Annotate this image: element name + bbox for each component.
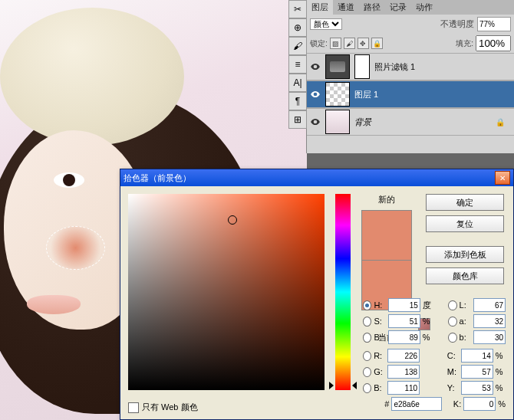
close-icon[interactable]: ✕ bbox=[495, 171, 510, 185]
s-input[interactable] bbox=[388, 314, 420, 328]
l-radio[interactable] bbox=[448, 300, 456, 310]
hex-label: # bbox=[384, 399, 389, 409]
layer-row[interactable]: 图层 1 bbox=[307, 80, 514, 108]
h-input[interactable] bbox=[388, 298, 420, 312]
color-marker[interactable] bbox=[228, 215, 237, 225]
m-input[interactable] bbox=[461, 365, 493, 379]
color-picker-dialog: 拾色器（前景色） ✕ 确定 复位 添加到色板 颜色库 新的 bbox=[120, 169, 514, 420]
lab-b-label: b: bbox=[460, 333, 471, 342]
c-label: C: bbox=[447, 351, 459, 360]
layer-thumbnail[interactable] bbox=[325, 82, 350, 107]
layer-name[interactable]: 背景 bbox=[354, 116, 371, 128]
visibility-icon[interactable] bbox=[310, 116, 321, 127]
s-radio[interactable] bbox=[363, 317, 371, 326]
rgb-b-radio[interactable] bbox=[363, 383, 371, 393]
g-input[interactable] bbox=[387, 365, 420, 379]
new-color-label: 新的 bbox=[378, 194, 395, 205]
tool-icon[interactable]: ⊞ bbox=[288, 110, 307, 129]
r-radio[interactable] bbox=[363, 351, 371, 361]
hue-pointer[interactable] bbox=[329, 382, 334, 389]
paragraph-icon[interactable]: ¶ bbox=[288, 92, 307, 110]
opacity-label: 不透明度 bbox=[440, 18, 474, 30]
dialog-title: 拾色器（前景色） bbox=[124, 172, 191, 184]
lock-label: 锁定: bbox=[310, 38, 328, 49]
tool-column: ✂ ⊕ 🖌 ≡ A| ¶ ⊞ bbox=[288, 0, 307, 129]
layer-row[interactable]: 照片滤镜 1 bbox=[307, 53, 514, 80]
hue-pointer[interactable] bbox=[352, 382, 357, 389]
lab-b-input[interactable] bbox=[473, 330, 506, 344]
tab-channels[interactable]: 通道 bbox=[333, 0, 359, 15]
lock-pixels-icon[interactable]: 🖌 bbox=[344, 38, 355, 49]
tab-history[interactable]: 记录 bbox=[385, 0, 411, 15]
tool-icon[interactable]: ✂ bbox=[288, 0, 307, 18]
align-icon[interactable]: ≡ bbox=[288, 55, 307, 74]
y-label: Y: bbox=[447, 383, 459, 392]
fill-input[interactable] bbox=[476, 35, 511, 51]
hue-slider[interactable] bbox=[335, 194, 351, 390]
lab-b-radio[interactable] bbox=[448, 333, 456, 343]
blend-mode-select[interactable]: 颜色 bbox=[310, 18, 342, 30]
layer-name[interactable]: 照片滤镜 1 bbox=[374, 61, 415, 73]
layer-thumbnail[interactable] bbox=[325, 110, 350, 134]
g-label: G: bbox=[374, 367, 385, 376]
lock-transparent-icon[interactable]: ▨ bbox=[330, 38, 341, 49]
tab-paths[interactable]: 路径 bbox=[359, 0, 385, 15]
new-color-swatch bbox=[361, 210, 412, 261]
tool-icon[interactable]: A| bbox=[288, 74, 307, 92]
visibility-icon[interactable] bbox=[310, 89, 321, 100]
lock-icon: 🔒 bbox=[496, 118, 505, 126]
layer-thumbnail[interactable] bbox=[325, 54, 350, 79]
k-label: K: bbox=[453, 399, 461, 409]
layers-panel: ✂ ⊕ 🖌 ≡ A| ¶ ⊞ 图层 通道 路径 记录 动作 颜色 不透明度 锁定… bbox=[306, 0, 514, 153]
add-swatch-button[interactable]: 添加到色板 bbox=[426, 246, 504, 263]
unit: % bbox=[496, 367, 506, 376]
l-input[interactable] bbox=[473, 298, 506, 312]
unit: % bbox=[498, 399, 506, 409]
opacity-input[interactable] bbox=[477, 17, 511, 31]
web-only-label: 只有 Web 颜色 bbox=[142, 402, 198, 413]
photo-region bbox=[0, 8, 184, 146]
h-radio[interactable] bbox=[363, 300, 371, 310]
c-input[interactable] bbox=[461, 349, 493, 363]
unit: % bbox=[423, 333, 433, 342]
layer-row[interactable]: 背景 🔒 bbox=[307, 108, 514, 136]
layer-name[interactable]: 图层 1 bbox=[354, 89, 378, 100]
y-input[interactable] bbox=[461, 381, 493, 395]
lock-position-icon[interactable]: ✥ bbox=[357, 38, 369, 49]
a-input[interactable] bbox=[473, 314, 506, 328]
rgb-b-label: B: bbox=[374, 383, 385, 392]
color-libs-button[interactable]: 颜色库 bbox=[426, 267, 504, 284]
a-radio[interactable] bbox=[448, 317, 456, 326]
rgb-b-input[interactable] bbox=[387, 381, 420, 395]
tab-actions[interactable]: 动作 bbox=[411, 0, 437, 15]
tool-icon[interactable]: 🖌 bbox=[288, 37, 307, 55]
b-input[interactable] bbox=[388, 330, 420, 344]
fill-label: 填充: bbox=[456, 38, 473, 49]
k-input[interactable] bbox=[463, 397, 496, 411]
cancel-button[interactable]: 复位 bbox=[426, 215, 504, 232]
visibility-icon[interactable] bbox=[310, 61, 321, 72]
tab-layers[interactable]: 图层 bbox=[307, 0, 333, 15]
photo-region bbox=[54, 172, 84, 188]
unit: 度 bbox=[423, 300, 433, 311]
titlebar[interactable]: 拾色器（前景色） ✕ bbox=[120, 169, 513, 186]
r-input[interactable] bbox=[387, 349, 420, 363]
saturation-brightness-field[interactable] bbox=[128, 194, 325, 390]
unit: % bbox=[423, 317, 433, 326]
web-only-checkbox[interactable] bbox=[128, 402, 139, 413]
m-label: M: bbox=[447, 367, 459, 376]
tool-icon[interactable]: ⊕ bbox=[288, 18, 307, 37]
s-label: S: bbox=[374, 317, 385, 326]
unit: % bbox=[496, 351, 506, 360]
panel-tabs: 图层 通道 路径 记录 动作 bbox=[307, 0, 514, 15]
photo-region bbox=[27, 295, 81, 314]
a-label: a: bbox=[460, 317, 471, 326]
ok-button[interactable]: 确定 bbox=[426, 194, 504, 211]
h-label: H: bbox=[374, 300, 385, 310]
hex-input[interactable] bbox=[391, 397, 442, 411]
lock-all-icon[interactable]: 🔒 bbox=[371, 38, 383, 49]
b-label: B: bbox=[374, 333, 385, 342]
mask-thumbnail[interactable] bbox=[354, 54, 370, 79]
b-radio[interactable] bbox=[363, 333, 371, 343]
g-radio[interactable] bbox=[363, 367, 371, 377]
